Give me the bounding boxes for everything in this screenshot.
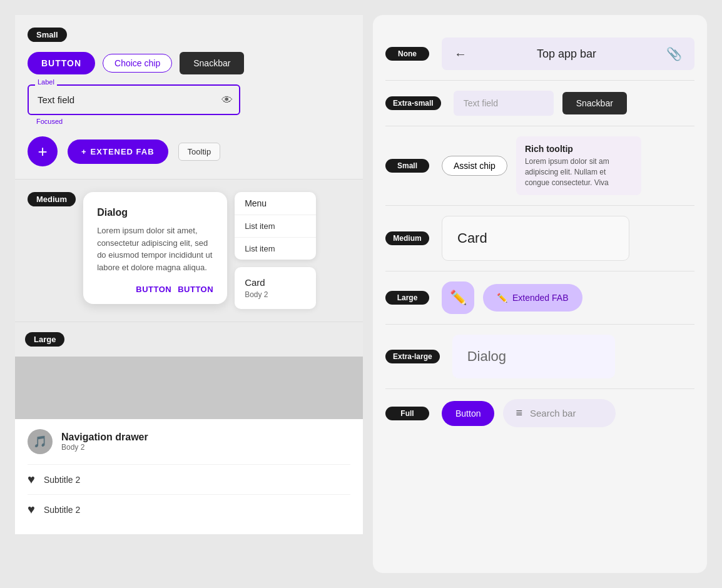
card-small-title: Card: [245, 277, 306, 288]
large-label: Large: [25, 332, 64, 347]
text-field-input[interactable]: [28, 84, 240, 115]
menu-card-wrapper: Menu List item List item Card Body 2: [235, 192, 316, 309]
card-right-title: Card: [457, 230, 614, 246]
nav-item-1[interactable]: ♥ Subtitle 2: [28, 464, 350, 494]
fab-extended-icon: +: [81, 147, 87, 156]
right-content-extra-small: Text field Snackbar: [454, 91, 694, 116]
fab-right-small-icon: ✏️: [450, 290, 467, 306]
right-content-small: Assist chip Rich tooltip Lorem ipsum dol…: [442, 136, 694, 195]
small-section: Small BUTTON Choice chip Snackbar Label …: [15, 15, 363, 180]
dialog-actions: BUTTON BUTTON: [97, 285, 213, 294]
right-row-none: None ← Top app bar 📎: [385, 28, 694, 81]
rich-tooltip: Rich tooltip Lorem ipsum dolor sit am ad…: [516, 136, 641, 195]
fab-right-extended-icon: ✏️: [497, 293, 507, 303]
choice-chip[interactable]: Choice chip: [103, 54, 172, 73]
right-content-large: ✏️ ✏️ Extended FAB: [442, 281, 694, 314]
right-row-medium: Medium Card: [385, 206, 694, 271]
focused-label: Focused: [36, 118, 350, 125]
right-content-medium: Card: [442, 216, 694, 261]
right-panel: None ← Top app bar 📎 Extra-small Text fi…: [373, 15, 707, 573]
dialog-right-title: Dialog: [467, 348, 600, 365]
right-row-small: Small Assist chip Rich tooltip Lorem ips…: [385, 126, 694, 206]
nav-drawer: 🎵 Navigation drawer Body 2 ♥ Subtitle 2 …: [15, 419, 363, 534]
fab-right-extended-label: Extended FAB: [512, 293, 569, 303]
menu-item-1[interactable]: List item: [235, 215, 316, 238]
search-bar-right[interactable]: ≡ Search bar: [503, 399, 616, 427]
large-section: Large 🎵 Navigation drawer Body 2 ♥ Subti…: [15, 322, 363, 534]
card-small: Card Body 2: [235, 267, 316, 309]
fab-extended[interactable]: + EXTENED FAB: [68, 139, 168, 164]
menu-icon: ≡: [516, 407, 522, 420]
right-content-full: Button ≡ Search bar: [442, 399, 694, 427]
nav-item-label-1: Subtitle 2: [44, 475, 80, 485]
card-small-body: Body 2: [245, 290, 306, 299]
assist-chip[interactable]: Assist chip: [442, 156, 507, 176]
nav-item-label-2: Subtitle 2: [44, 505, 80, 515]
size-medium: Medium: [385, 231, 429, 245]
top-app-bar: ← Top app bar 📎: [442, 38, 694, 70]
button-right[interactable]: Button: [442, 401, 494, 426]
dialog-box: Dialog Lorem ipsum dolor sit amet, conse…: [83, 192, 227, 304]
dialog-title: Dialog: [97, 207, 213, 218]
card-right: Card: [442, 216, 629, 261]
dialog-body: Lorem ipsum dolor sit amet, consectetur …: [97, 225, 213, 273]
text-field-right[interactable]: Text field: [454, 91, 554, 116]
search-bar-text: Search bar: [530, 408, 576, 418]
right-row-large: Large ✏️ ✏️ Extended FAB: [385, 271, 694, 325]
eye-icon: 👁: [221, 93, 233, 106]
app-bar-title: Top app bar: [474, 48, 659, 61]
size-extra-small: Extra-small: [385, 96, 441, 110]
right-row-extra-large: Extra-large Dialog: [385, 325, 694, 389]
menu-header: Menu: [235, 192, 316, 215]
nav-title-group: Navigation drawer Body 2: [61, 432, 148, 452]
nav-avatar: 🎵: [28, 429, 53, 454]
size-none: None: [385, 47, 429, 61]
tooltip: Tooltip: [178, 143, 221, 161]
right-row-extra-small: Extra-small Text field Snackbar: [385, 81, 694, 126]
fab-small[interactable]: +: [28, 136, 58, 166]
snackbar-right: Snackbar: [562, 92, 627, 114]
small-row: BUTTON Choice chip Snackbar: [28, 52, 350, 74]
rich-tooltip-title: Rich tooltip: [525, 144, 633, 154]
fab-row: + + EXTENED FAB Tooltip: [28, 136, 350, 166]
button-filled[interactable]: BUTTON: [28, 52, 95, 74]
nav-title: Navigation drawer: [61, 432, 148, 443]
text-field-label: Label: [35, 78, 57, 86]
medium-section: Medium Dialog Lorem ipsum dolor sit amet…: [15, 180, 363, 322]
nav-subtitle: Body 2: [61, 443, 148, 452]
nav-avatar-icon: 🎵: [33, 435, 47, 449]
right-content-none: ← Top app bar 📎: [442, 38, 694, 70]
size-large: Large: [385, 291, 429, 305]
fab-right-small[interactable]: ✏️: [442, 281, 474, 314]
nav-header: 🎵 Navigation drawer Body 2: [28, 429, 350, 454]
dialog-btn1[interactable]: BUTTON: [136, 285, 171, 294]
size-full: Full: [385, 407, 429, 420]
dialog-btn2[interactable]: BUTTON: [178, 285, 213, 294]
attach-icon[interactable]: 📎: [666, 46, 682, 61]
medium-label: Medium: [28, 192, 76, 206]
back-icon[interactable]: ←: [454, 47, 467, 61]
fab-extended-label: EXTENED FAB: [91, 147, 155, 156]
left-panel: Small BUTTON Choice chip Snackbar Label …: [15, 15, 363, 573]
snackbar: Snackbar: [180, 52, 244, 74]
menu-card: Menu List item List item: [235, 192, 316, 260]
fab-right-extended[interactable]: ✏️ Extended FAB: [483, 284, 582, 312]
size-extra-large: Extra-large: [385, 350, 440, 363]
heart-icon-2: ♥: [28, 502, 35, 517]
right-row-full: Full Button ≡ Search bar: [385, 389, 694, 437]
size-small: Small: [385, 159, 429, 173]
dialog-right: Dialog: [452, 335, 615, 378]
large-image: [15, 357, 363, 419]
nav-item-2[interactable]: ♥ Subtitle 2: [28, 494, 350, 524]
rich-tooltip-body: Lorem ipsum dolor sit am adipiscing elit…: [525, 156, 633, 188]
right-content-extra-large: Dialog: [452, 335, 694, 378]
menu-item-2[interactable]: List item: [235, 238, 316, 260]
small-label: Small: [28, 28, 67, 42]
heart-icon-1: ♥: [28, 472, 35, 487]
text-field-wrapper: Label 👁: [28, 84, 240, 115]
